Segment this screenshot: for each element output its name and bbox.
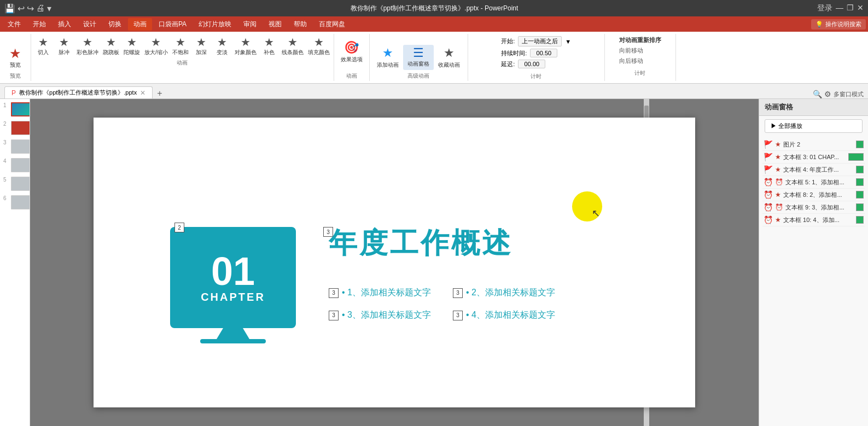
preview-button[interactable]: ★ 预览 <box>4 46 26 70</box>
anim-clock-icon-6: ⏰ <box>764 203 773 212</box>
anim-btn-desaturate[interactable]: ★ 不饱和 <box>171 35 190 57</box>
anim-btn-objcolor[interactable]: ★ 对象颜色 <box>233 35 258 57</box>
anim-item-2[interactable]: 🚩 ★ 文本框 3: 01 CHAP... <box>762 151 865 164</box>
slide-preview-2[interactable] <box>11 121 30 135</box>
menu-bar: 文件 开始 插入 设计 切换 动画 口袋画PA 幻灯片放映 审阅 视图 帮助 百… <box>0 16 868 32</box>
slide-thumb-6[interactable]: 6 <box>2 194 27 211</box>
delay-input[interactable]: 00.00 <box>518 60 545 68</box>
preview-section-label: 预览 <box>10 71 21 81</box>
slide-thumb-1[interactable]: 1 <box>2 101 27 118</box>
move-later[interactable]: 向后移动 <box>619 57 661 65</box>
duration-input[interactable]: 00.50 <box>530 49 557 57</box>
move-earlier[interactable]: 向前移动 <box>619 46 661 55</box>
bullet-2: • 2、添加相关标题文字 <box>466 287 555 299</box>
restore-icon[interactable]: ❐ <box>847 3 854 13</box>
anim-btn-qieru[interactable]: ★ 切入 <box>33 35 53 57</box>
timing-label: 计时 <box>531 72 541 81</box>
redo-icon[interactable]: ↪ <box>27 3 34 14</box>
slide-thumb-5[interactable]: 5 <box>2 176 27 192</box>
slide-title: 年度工作概述 <box>329 224 512 262</box>
anim-item-7[interactable]: ⏰ ★ 文本框 10: 4、添加... <box>762 214 865 226</box>
slide-thumb-4[interactable]: 4 <box>2 157 27 173</box>
slide-canvas[interactable]: ↖ 1 2 01 CHAPTER 3 <box>94 118 695 407</box>
anim-btn-fade[interactable]: ★ 变淡 <box>212 35 232 57</box>
anim-label-5: 文本框 8: 2、添加相... <box>783 191 854 199</box>
bullet-badge-3: 3 <box>329 311 339 320</box>
anim-color-7 <box>856 216 864 224</box>
tab-pptx[interactable]: P 教你制作《ppt制作工作概述章节切换》.pptx ✕ <box>4 86 153 98</box>
search-label[interactable]: 操作说明搜索 <box>825 20 861 28</box>
slide-thumb-2[interactable]: 2 <box>2 120 27 136</box>
customize-icon[interactable]: ▾ <box>47 3 51 14</box>
anim-btn-tuoluo[interactable]: ★ 陀螺旋 <box>122 35 142 57</box>
menu-help[interactable]: 帮助 <box>288 18 312 31</box>
canvas-area[interactable]: ↖ 1 2 01 CHAPTER 3 <box>30 99 759 426</box>
menu-design[interactable]: 设计 <box>78 18 102 31</box>
slide-preview-1[interactable] <box>11 102 30 116</box>
menu-insert[interactable]: 插入 <box>53 18 77 31</box>
menu-review[interactable]: 审阅 <box>238 18 262 31</box>
add-tab-button[interactable]: + <box>154 89 165 98</box>
menu-animations[interactable]: 动画 <box>128 18 152 31</box>
tab-close-btn[interactable]: ✕ <box>140 89 145 97</box>
ribbon-preview: ★ 预览 预览 <box>0 34 31 81</box>
close-icon[interactable]: ✕ <box>857 3 864 13</box>
menu-file[interactable]: 文件 <box>2 18 26 31</box>
bullet-badge-1: 3 <box>329 288 339 298</box>
anim-item-4[interactable]: ⏰ ⏰ 文本框 5: 1、添加相... <box>762 176 865 189</box>
menu-slideshow[interactable]: 幻灯片放映 <box>193 18 237 31</box>
reorder-section-label: 计时 <box>634 68 645 78</box>
effect-options-button[interactable]: 🎯 效果选项 <box>339 39 365 65</box>
anim-btn-linecolor[interactable]: ★ 线条颜色 <box>280 35 305 57</box>
effect-options-label: 动画 <box>346 71 357 81</box>
print-icon[interactable]: 🖨 <box>36 3 45 13</box>
add-animation-button[interactable]: ★ 添加动画 <box>375 45 401 70</box>
animation-list: 🚩 ★ 图片 2 🚩 ★ 文本框 3: 01 CHAP... 🚩 ★ 文本框 4… <box>759 136 868 426</box>
login-button[interactable]: 登录 <box>817 3 832 13</box>
anim-btn-caise[interactable]: ★ 彩色脉冲 <box>75 35 100 57</box>
anim-item-1[interactable]: 🚩 ★ 图片 2 <box>762 138 865 151</box>
anim-clock-4: ⏰ <box>775 178 783 186</box>
anim-item-5[interactable]: ⏰ ★ 文本框 8: 2、添加相... <box>762 189 865 201</box>
bullet-4: • 4、添加相关标题文字 <box>466 310 555 321</box>
anim-clock-icon-7: ⏰ <box>764 215 773 224</box>
anim-btn-fillcolor[interactable]: ★ 填充颜色 <box>306 35 331 57</box>
menu-baidu[interactable]: 百度网盘 <box>313 18 351 31</box>
slide-preview-4[interactable] <box>11 158 30 172</box>
quick-access[interactable]: 💾 ↩ ↪ 🖨 ▾ <box>4 3 51 14</box>
badge-2: 2 <box>174 223 184 232</box>
animation-pane-button[interactable]: ☰ 动画窗格 <box>403 45 434 70</box>
anim-btn-deepen[interactable]: ★ 加深 <box>191 35 211 57</box>
minimize-icon[interactable]: — <box>836 3 843 13</box>
anim-flag-icon-1: 🚩 <box>764 140 773 149</box>
slide-thumb-3[interactable]: 3 <box>2 138 27 155</box>
anim-color-2 <box>848 153 864 161</box>
anim-btn-complement[interactable]: ★ 补色 <box>259 35 279 57</box>
menu-transitions[interactable]: 切换 <box>103 18 127 31</box>
undo-icon[interactable]: ↩ <box>18 3 25 14</box>
play-all-button[interactable]: ▶ 全部播放 <box>765 119 863 133</box>
hide-anim-button[interactable]: ★ 收藏动画 <box>436 45 462 70</box>
search-slides-icon[interactable]: 🔍 <box>813 90 822 98</box>
multi-window-button[interactable]: 多窗口模式 <box>834 90 864 98</box>
anim-btn-maichong[interactable]: ★ 脉冲 <box>54 35 74 57</box>
slide-preview-3[interactable] <box>11 139 30 154</box>
anim-btn-qiaoban[interactable]: ★ 跷跷板 <box>101 35 121 57</box>
window-controls[interactable]: 登录 — ❐ ✕ <box>817 3 864 13</box>
slide-preview-5[interactable] <box>11 177 30 191</box>
anim-btn-zoom[interactable]: ★ 放大/缩小 <box>143 35 170 57</box>
anim-star-3: ★ <box>775 166 781 173</box>
save-icon[interactable]: 💾 <box>4 3 15 14</box>
menu-pocket[interactable]: 口袋画PA <box>153 18 192 31</box>
anim-item-3[interactable]: 🚩 ★ 文本框 4: 年度工作... <box>762 164 865 176</box>
anim-label-1: 图片 2 <box>783 141 854 149</box>
settings-icon[interactable]: ⚙ <box>824 90 831 98</box>
trigger-icon[interactable]: ▼ <box>565 38 571 45</box>
menu-view[interactable]: 视图 <box>263 18 287 31</box>
anim-item-6[interactable]: ⏰ ⏰ 文本框 9: 3、添加相... <box>762 201 865 214</box>
search-box[interactable]: 💡 操作说明搜索 <box>811 19 866 30</box>
animation-label: 动画 <box>177 58 188 68</box>
start-dropdown[interactable]: 上一动画之后 <box>518 36 562 46</box>
slide-preview-6[interactable] <box>11 195 30 209</box>
menu-home[interactable]: 开始 <box>27 18 51 31</box>
